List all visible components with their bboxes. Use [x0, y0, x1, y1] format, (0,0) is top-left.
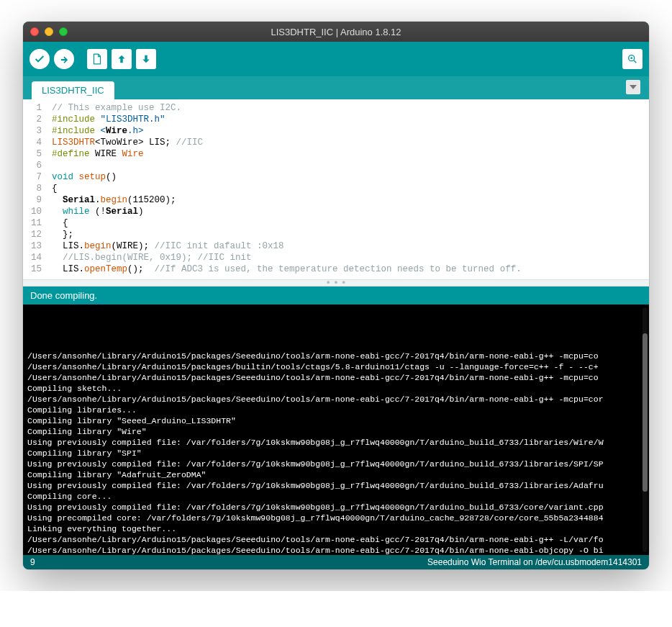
save-sketch-button[interactable] [135, 48, 157, 70]
console-line: Compiling sketch... [27, 383, 645, 394]
console-line: /Users/ansonhe/Library/Arduino15/package… [27, 372, 645, 383]
code-line[interactable]: { [52, 183, 643, 194]
bottom-bar: 9 Seeeduino Wio Terminal on /dev/cu.usbm… [23, 555, 649, 569]
code-line[interactable]: void setup() [52, 171, 643, 183]
serial-monitor-button[interactable] [622, 48, 643, 70]
code-line[interactable]: #include "LIS3DHTR.h" [52, 114, 643, 125]
line-number: 9 [26, 194, 42, 206]
line-number: 2 [26, 114, 42, 125]
console-scrollbar-thumb[interactable] [643, 333, 648, 492]
code-line[interactable]: Serial.begin(115200); [52, 194, 643, 206]
tab-active[interactable]: LIS3DHTR_IIC [32, 81, 114, 99]
verify-button[interactable] [29, 48, 50, 70]
console-line: /Users/ansonhe/Library/Arduino15/package… [27, 361, 645, 372]
open-sketch-button[interactable] [111, 48, 132, 70]
line-number: 12 [26, 229, 42, 240]
console-line: Using previously compiled file: /var/fol… [27, 502, 645, 513]
new-sketch-button[interactable] [86, 48, 108, 70]
toolbar [23, 42, 649, 76]
titlebar: LIS3DHTR_IIC | Arduino 1.8.12 [23, 22, 649, 42]
svg-point-1 [630, 57, 632, 59]
console-line: /Users/ansonhe/Library/Arduino15/package… [27, 545, 645, 555]
console-line: /Users/ansonhe/Library/Arduino15/package… [27, 534, 645, 545]
line-number: 15 [26, 263, 42, 275]
line-number: 6 [26, 160, 42, 171]
line-number: 5 [26, 148, 42, 160]
compile-status: Done compiling. [23, 287, 649, 305]
editor-resize-handle[interactable]: ● ● ● [23, 279, 649, 287]
chevron-down-icon [630, 84, 637, 91]
check-icon [34, 53, 45, 65]
code-line[interactable]: while (!Serial) [52, 206, 643, 217]
console-line: /Users/ansonhe/Library/Arduino15/package… [27, 394, 645, 405]
line-number: 7 [26, 171, 42, 183]
console-output[interactable]: /Users/ansonhe/Library/Arduino15/package… [23, 305, 649, 555]
code-line[interactable]: LIS.openTemp(); //If ADC3 is used, the t… [52, 263, 643, 275]
tab-bar: LIS3DHTR_IIC [23, 76, 649, 99]
console-line: Compiling libraries... [27, 405, 645, 415]
code-line[interactable]: //LIS.begin(WIRE, 0x19); //IIC init [52, 252, 643, 263]
line-gutter: 123456789101112131415 [23, 99, 46, 279]
line-number: 4 [26, 137, 42, 148]
line-number: 10 [26, 206, 42, 217]
console-line: Using previously compiled file: /var/fol… [27, 459, 645, 469]
line-number: 13 [26, 240, 42, 252]
arrow-down-icon [141, 54, 151, 64]
line-number: 8 [26, 183, 42, 194]
serial-monitor-icon [627, 53, 638, 65]
console-line: Using previously compiled file: /var/fol… [27, 437, 645, 448]
console-line: Compiling library "SPI" [27, 448, 645, 459]
code-line[interactable]: { [52, 217, 643, 229]
console-line: Using previously compiled file: /var/fol… [27, 480, 645, 491]
upload-button[interactable] [53, 48, 75, 70]
console-line: Compiling library "Seeed_Arduino_LIS3DHT… [27, 415, 645, 426]
line-number: 3 [26, 125, 42, 137]
code-line[interactable]: #define WIRE Wire [52, 148, 643, 160]
code-line[interactable] [52, 160, 643, 171]
code-editor[interactable]: 123456789101112131415 // This example us… [23, 99, 649, 279]
code-line[interactable]: LIS.begin(WIRE); //IIC init dafault :0x1… [52, 240, 643, 252]
console-line: Compiling core... [27, 491, 645, 502]
console-line: /Users/ansonhe/Library/Arduino15/package… [27, 351, 645, 361]
tab-menu-button[interactable] [626, 80, 640, 94]
window-title: LIS3DHTR_IIC | Arduino 1.8.12 [23, 27, 649, 37]
console-line: Compiling library "Adafruit_ZeroDMA" [27, 469, 645, 480]
arrow-right-icon [59, 54, 69, 64]
arrow-up-icon [117, 54, 127, 64]
code-line[interactable]: }; [52, 229, 643, 240]
app-window: LIS3DHTR_IIC | Arduino 1.8.12 [23, 22, 649, 569]
cursor-line-indicator: 9 [30, 557, 35, 567]
file-icon [92, 53, 102, 65]
code-area[interactable]: // This example use I2C.#include "LIS3DH… [46, 99, 649, 279]
line-number: 1 [26, 102, 42, 114]
console-line: Using precompiled core: /var/folders/7g/… [27, 513, 645, 523]
console-line: Linking everything together... [27, 523, 645, 534]
code-line[interactable]: LIS3DHTR<TwoWire> LIS; //IIC [52, 137, 643, 148]
line-number: 11 [26, 217, 42, 229]
console-line: Compiling library "Wire" [27, 426, 645, 437]
code-line[interactable]: // This example use I2C. [52, 102, 643, 114]
code-line[interactable]: #include <Wire.h> [52, 125, 643, 137]
board-port-indicator: Seeeduino Wio Terminal on /dev/cu.usbmod… [427, 557, 642, 567]
line-number: 14 [26, 252, 42, 263]
